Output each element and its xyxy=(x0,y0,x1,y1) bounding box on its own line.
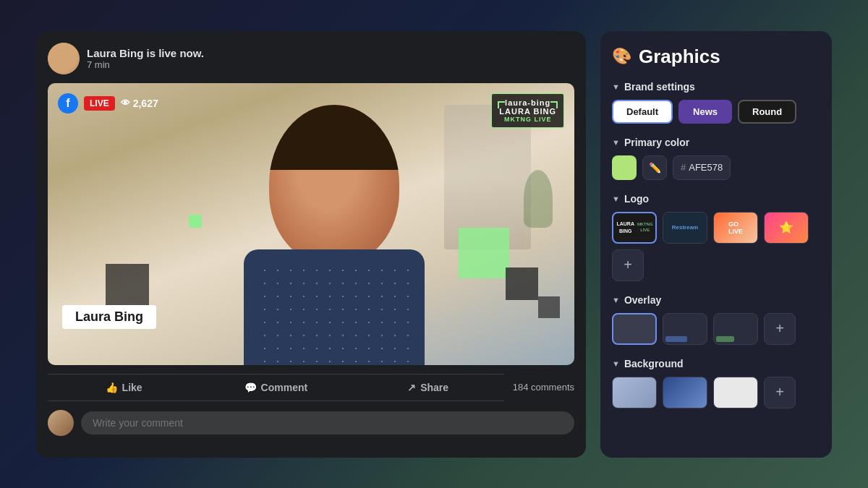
watermark-line2: MKTNG LIVE xyxy=(499,116,556,123)
background-header[interactable]: ▼ Background xyxy=(612,358,820,369)
eyedropper-icon: ✏️ xyxy=(649,162,661,174)
background-section: ▼ Background + xyxy=(612,358,820,408)
panel-title-text: Graphics xyxy=(639,46,720,68)
overlay-thumbnails: + xyxy=(612,313,820,345)
deco-dark-square-2 xyxy=(538,296,560,318)
live-bar: f LIVE 👁 2,627 xyxy=(58,93,158,114)
facebook-post-panel: Laura Bing is live now. 7 min xyxy=(36,31,586,458)
comments-count: 184 comments xyxy=(504,382,574,393)
comment-icon: 💬 xyxy=(244,382,257,393)
chevron-icon: ▼ xyxy=(612,296,620,304)
chevron-icon: ▼ xyxy=(612,138,620,147)
background-thumbnails: + xyxy=(612,377,820,408)
watermark-overlay: laura-bing LAURA BING MKTNG LIVE xyxy=(491,93,564,128)
overlay-header[interactable]: ▼ Overlay xyxy=(612,294,820,306)
brand-buttons: Default News Round xyxy=(612,100,820,124)
logo-header[interactable]: ▼ Logo xyxy=(612,193,820,205)
palette-icon: 🎨 xyxy=(612,47,631,66)
bg-plant-decoration xyxy=(524,170,553,228)
logo-thumbnails: LAURA BING MKTNG LIVE Restream GOLIVE ⭐ … xyxy=(612,212,820,281)
overlay-add-button[interactable]: + xyxy=(764,313,796,345)
video-area: f LIVE 👁 2,627 laura-bing LAURA BING MKT… xyxy=(48,83,574,365)
face xyxy=(269,105,399,264)
main-container: Laura Bing is live now. 7 min xyxy=(36,31,832,458)
post-time: 7 min xyxy=(87,59,204,70)
user-avatar xyxy=(48,43,80,74)
shirt xyxy=(244,249,425,365)
comment-button[interactable]: 💬 Comment xyxy=(200,377,352,398)
brand-news-button[interactable]: News xyxy=(678,100,732,124)
brand-default-button[interactable]: Default xyxy=(612,100,673,124)
thumbs-up-icon: 👍 xyxy=(106,382,118,393)
deco-green-square xyxy=(459,228,509,278)
watermark-name: laura-bing xyxy=(499,98,556,107)
chevron-icon: ▼ xyxy=(612,194,620,203)
hair xyxy=(269,105,399,170)
corner-tl xyxy=(498,101,505,108)
overlay-label: Overlay xyxy=(624,294,661,306)
background-add-button[interactable]: + xyxy=(764,377,796,408)
logo-thumb-star[interactable]: ⭐ xyxy=(764,212,809,244)
logo-add-button[interactable]: + xyxy=(612,249,644,281)
lower-third: Laura Bing xyxy=(62,305,156,329)
post-user-info: Laura Bing is live now. 7 min xyxy=(87,47,204,70)
primary-color-label: Primary color xyxy=(624,137,689,148)
bg-thumb-2[interactable] xyxy=(663,377,707,408)
corner-tr xyxy=(550,101,558,108)
color-row: ✏️ # AFE578 xyxy=(612,155,820,180)
share-icon: ↗ xyxy=(407,382,416,393)
actions-row: 👍 Like 💬 Comment ↗ Share 184 comments xyxy=(48,374,574,401)
primary-color-section: ▼ Primary color ✏️ # AFE578 xyxy=(612,137,820,180)
primary-color-header[interactable]: ▼ Primary color xyxy=(612,137,820,148)
post-header: Laura Bing is live now. 7 min xyxy=(48,43,574,74)
color-swatch[interactable] xyxy=(612,155,637,180)
comment-input[interactable] xyxy=(81,411,574,435)
logo-label: Logo xyxy=(624,193,649,205)
share-button[interactable]: ↗ Share xyxy=(352,377,504,398)
lower-third-name: Laura Bing xyxy=(75,309,143,324)
logo-thumb-laura-bing[interactable]: LAURA BING MKTNG LIVE xyxy=(612,212,657,244)
eye-icon: 👁 xyxy=(121,98,130,108)
logo-thumb-restream[interactable]: Restream xyxy=(663,212,707,244)
color-hex-value: AFE578 xyxy=(689,162,723,173)
bg-thumb-1[interactable] xyxy=(612,377,657,408)
logo-thumb-golive[interactable]: GOLIVE xyxy=(713,212,758,244)
graphics-panel: 🎨 Graphics ▼ Brand settings Default News… xyxy=(600,31,832,458)
live-badge: LIVE xyxy=(84,96,115,111)
deco-small-green-square xyxy=(189,215,202,228)
viewer-count: 👁 2,627 xyxy=(121,98,158,109)
logo-section: ▼ Logo LAURA BING MKTNG LIVE Restream GO… xyxy=(612,193,820,281)
shirt-dots xyxy=(258,264,410,365)
person-silhouette xyxy=(218,90,450,365)
overlay-thumb-2[interactable] xyxy=(663,313,707,345)
overlay-section: ▼ Overlay + xyxy=(612,294,820,345)
chevron-icon: ▼ xyxy=(612,359,620,368)
chevron-icon: ▼ xyxy=(612,82,620,91)
eyedropper-button[interactable]: ✏️ xyxy=(642,155,667,180)
hash-symbol: # xyxy=(681,162,686,173)
panel-title: 🎨 Graphics xyxy=(612,46,820,68)
bg-thumb-3[interactable] xyxy=(713,377,758,408)
brand-settings-header[interactable]: ▼ Brand settings xyxy=(612,81,820,93)
commenter-avatar xyxy=(48,410,74,436)
brand-settings-section: ▼ Brand settings Default News Round xyxy=(612,81,820,124)
background-label: Background xyxy=(624,358,684,369)
overlay-thumb-1[interactable] xyxy=(612,313,657,345)
brand-round-button[interactable]: Round xyxy=(738,100,796,124)
comment-row xyxy=(48,410,574,436)
deco-dark-square-1 xyxy=(506,267,538,300)
like-button[interactable]: 👍 Like xyxy=(48,377,200,398)
watermark-line1: LAURA BING xyxy=(499,107,556,116)
color-hex-input[interactable]: # AFE578 xyxy=(673,155,731,180)
post-actions: 👍 Like 💬 Comment ↗ Share xyxy=(48,374,504,401)
facebook-icon: f xyxy=(58,93,78,114)
brand-settings-label: Brand settings xyxy=(624,81,695,93)
post-username: Laura Bing is live now. xyxy=(87,47,204,59)
overlay-thumb-3[interactable] xyxy=(713,313,758,345)
